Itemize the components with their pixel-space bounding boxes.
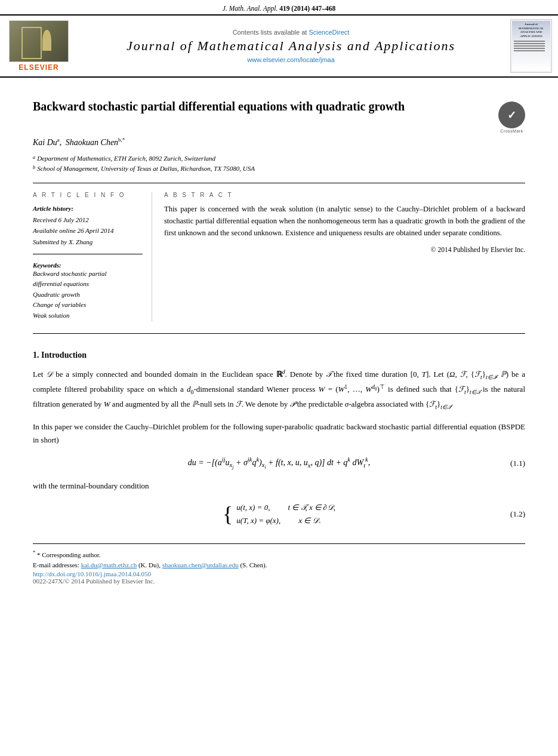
- author-1-name: Kai Du: [33, 138, 57, 147]
- elsevier-logo: ELSEVIER: [6, 20, 72, 72]
- email-1-link[interactable]: kai.du@math.ethz.ch: [81, 561, 137, 568]
- contents-available-line: Contents lists available at ScienceDirec…: [78, 29, 504, 36]
- equation-1-1-number: (1.1): [510, 459, 525, 468]
- footer-section: * * Corresponding author. E-mail address…: [33, 543, 525, 585]
- email-1-name: (K. Du),: [138, 561, 161, 568]
- issn-line: 0022-247X/© 2014 Published by Elsevier I…: [33, 577, 525, 585]
- email-2-name: (S. Chen).: [240, 561, 267, 568]
- author-2-sup: b,*: [118, 137, 125, 143]
- brace-system: { u(t, x) = 0, t ∈ 𝒯, x ∈ ∂𝒟, u(T, x) = …: [223, 503, 335, 525]
- journal-url[interactable]: www.elsevier.com/locate/jmaa: [78, 56, 504, 63]
- journal-abbrev: J. Math. Anal. Appl.: [223, 5, 278, 12]
- elsevier-wordmark: ELSEVIER: [19, 63, 58, 72]
- intro-paragraph-1: Let 𝒟 be a simply connected and bounded …: [33, 367, 525, 412]
- available-date: Available online 26 April 2014: [33, 225, 143, 236]
- crossmark-label: CrossMark: [498, 129, 525, 133]
- section-title: 1. Introduction: [33, 351, 525, 360]
- aff-b-marker: b: [33, 164, 35, 174]
- paper-title-section: Backward stochastic partial differential…: [33, 99, 525, 128]
- email-2-link[interactable]: shaokuan.chen@utdallas.edu: [162, 561, 239, 568]
- sciencedirect-link[interactable]: ScienceDirect: [309, 29, 349, 36]
- equation-1-1-content: du = −[(aijuxj + σikqk)xi + f(t, x, u, u…: [188, 456, 371, 471]
- abstract-column: A B S T R A C T This paper is concerned …: [164, 192, 525, 321]
- introduction-section: 1. Introduction Let 𝒟 be a simply connec…: [33, 351, 525, 525]
- keywords-title: Keywords:: [33, 262, 143, 269]
- eq2-line2-left: u(T, x) = φ(x),: [236, 516, 280, 525]
- cover-decoration: [514, 41, 548, 53]
- aff-b-text: School of Management, University of Texa…: [37, 164, 255, 174]
- keyword-2: Quadratic growth: [33, 290, 143, 300]
- section-heading: Introduction: [41, 351, 87, 359]
- keyword-4: Weak solution: [33, 311, 143, 321]
- article-info-abstract: A R T I C L E I N F O Article history: R…: [33, 192, 525, 321]
- crossmark-badge[interactable]: CrossMark: [498, 102, 525, 128]
- aff-a-marker: a: [33, 153, 35, 164]
- cover-title-text: Journal ofMATHEMATICALANALYSIS ANDAPPLIC…: [519, 23, 544, 38]
- eq2-line2-right: x ∈ 𝒟.: [298, 516, 321, 525]
- copyright-line: © 2014 Published by Elsevier Inc.: [164, 246, 525, 253]
- brace-equations: u(t, x) = 0, t ∈ 𝒯, x ∈ ∂𝒟, u(T, x) = φ(…: [236, 503, 335, 525]
- equation-1-2: { u(t, x) = 0, t ∈ 𝒯, x ∈ ∂𝒟, u(T, x) = …: [33, 503, 525, 525]
- elsevier-logo-image: [9, 20, 69, 62]
- paper-title: Backward stochastic partial differential…: [33, 99, 492, 114]
- corresponding-author-note: * * Corresponding author.: [33, 549, 525, 560]
- history-title: Article history:: [33, 203, 143, 214]
- journal-center: Contents lists available at ScienceDirec…: [78, 29, 504, 63]
- doi-url[interactable]: http://dx.doi.org/10.1016/j.jmaa.2014.04…: [33, 570, 525, 577]
- eq2-line1-left: u(t, x) = 0,: [236, 503, 270, 512]
- keywords-section: Keywords: Backward stochastic partialdif…: [33, 262, 143, 321]
- divider-1: [33, 183, 525, 183]
- article-history: Article history: Received 6 July 2012 Av…: [33, 203, 143, 248]
- top-citation: J. Math. Anal. Appl. 419 (2014) 447–468: [0, 0, 558, 14]
- affiliations: a Department of Mathematics, ETH Zurich,…: [33, 153, 525, 174]
- volume-info: 419 (2014) 447–468: [279, 5, 335, 12]
- divider-2: [33, 333, 525, 334]
- equation-1-2-number: (1.2): [510, 509, 525, 519]
- brace-eq-1: u(t, x) = 0, t ∈ 𝒯, x ∈ ∂𝒟,: [236, 503, 335, 512]
- received-date: Received 6 July 2012: [33, 214, 143, 226]
- eq2-line1-right: t ∈ 𝒯, x ∈ ∂𝒟,: [288, 503, 335, 512]
- keyword-1: Backward stochastic partialdifferential …: [33, 269, 143, 290]
- authors-line: Kai Dua, Shaokuan Chenb,*: [33, 137, 525, 147]
- journal-full-title: Journal of Mathematical Analysis and App…: [78, 38, 504, 54]
- abstract-text: This paper is concerned with the weak so…: [164, 203, 525, 239]
- main-content: Backward stochastic partial differential…: [0, 78, 558, 585]
- abstract-header: A B S T R A C T: [164, 192, 525, 198]
- affiliation-a: a Department of Mathematics, ETH Zurich,…: [33, 153, 525, 164]
- aff-a-text: Department of Mathematics, ETH Zurich, 8…: [37, 153, 215, 164]
- equation-1-1: du = −[(aijuxj + σikqk)xi + f(t, x, u, u…: [33, 456, 525, 471]
- email-addresses: E-mail addresses: kai.du@math.ethz.ch (K…: [33, 560, 525, 571]
- keyword-3: Change of variables: [33, 300, 143, 311]
- left-brace: {: [223, 503, 233, 525]
- divider-keywords: [33, 254, 143, 254]
- contents-label: Contents lists available at: [233, 29, 307, 36]
- journal-header: ELSEVIER Contents lists available at Sci…: [0, 14, 558, 78]
- email-label: E-mail addresses:: [33, 561, 79, 568]
- article-info-header: A R T I C L E I N F O: [33, 192, 143, 198]
- submitted-by: Submitted by X. Zhang: [33, 236, 143, 248]
- terminal-condition-label: with the terminal-boundary condition: [33, 480, 525, 493]
- page: J. Math. Anal. Appl. 419 (2014) 447–468 …: [0, 0, 558, 756]
- brace-eq-2: u(T, x) = φ(x), x ∈ 𝒟.: [236, 516, 335, 525]
- intro-paragraph-2: In this paper we consider the Cauchy–Dir…: [33, 420, 525, 447]
- affiliation-b: b School of Management, University of Te…: [33, 164, 525, 174]
- article-info-column: A R T I C L E I N F O Article history: R…: [33, 192, 152, 321]
- author-2-name: Shaokuan Chen: [66, 138, 118, 147]
- journal-cover-image: Journal ofMATHEMATICALANALYSIS ANDAPPLIC…: [510, 19, 552, 73]
- crossmark-icon: [498, 102, 525, 128]
- section-number: 1.: [33, 351, 39, 359]
